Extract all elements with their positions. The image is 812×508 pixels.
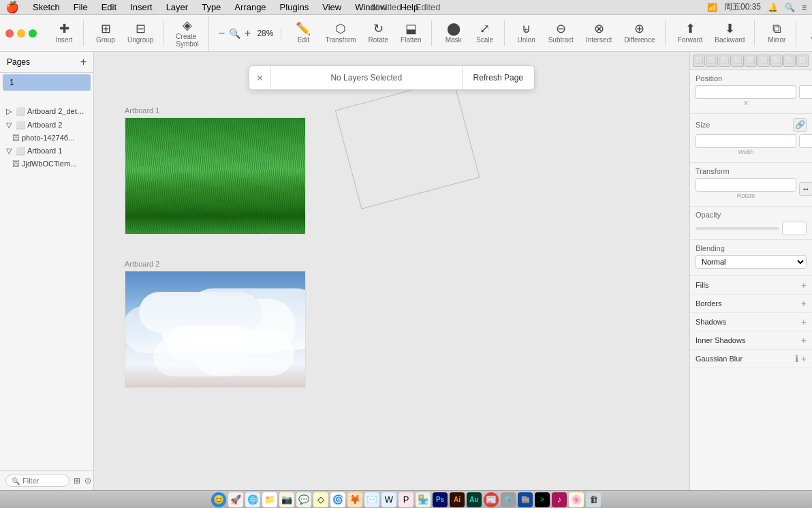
- dock-photos[interactable]: 📷: [279, 492, 294, 507]
- menu-type[interactable]: Type: [199, 2, 223, 12]
- zoom-minus-button[interactable]: −: [217, 27, 226, 40]
- menu-file[interactable]: File: [71, 2, 91, 12]
- align-middle-v-icon[interactable]: ⬜: [732, 55, 744, 67]
- forward-button[interactable]: ⬆ Forward: [672, 20, 708, 46]
- notification-icon[interactable]: 🔔: [768, 3, 778, 12]
- menu-insert[interactable]: Insert: [127, 2, 155, 12]
- page-item-2[interactable]: [3, 93, 91, 100]
- dock-files[interactable]: 📁: [262, 492, 277, 507]
- opacity-value-input[interactable]: [782, 222, 807, 235]
- dock-photos2[interactable]: 🌸: [569, 492, 584, 507]
- dock-pref[interactable]: ⚙️: [501, 492, 516, 507]
- difference-button[interactable]: ⊕ Difference: [619, 20, 660, 46]
- edit-button[interactable]: ✏️ Edit: [288, 20, 318, 46]
- backward-button[interactable]: ⬇ Backward: [709, 20, 750, 46]
- rotate-button[interactable]: ↻ Rotate: [363, 20, 394, 46]
- align-spread-icon[interactable]: ⬜: [796, 55, 809, 67]
- maximize-button[interactable]: [29, 29, 37, 38]
- lock-aspect-button[interactable]: 🔗: [793, 118, 807, 132]
- layer-search-input[interactable]: [22, 477, 63, 485]
- apple-menu[interactable]: 🍎: [5, 1, 19, 14]
- dock-music[interactable]: ♪: [552, 492, 567, 507]
- intersect-button[interactable]: ⊗ Intersect: [580, 20, 617, 46]
- dock-audition[interactable]: Au: [467, 492, 482, 507]
- add-inner-shadow-icon[interactable]: +: [801, 335, 807, 346]
- y-input[interactable]: [799, 85, 812, 99]
- layer-artboard1[interactable]: ▽ ⬜ Artboard 1: [0, 144, 93, 158]
- mask-button[interactable]: ⬤ Mask: [439, 20, 469, 46]
- menu-view[interactable]: View: [319, 2, 344, 12]
- align-center-h-icon[interactable]: ⬜: [706, 55, 718, 67]
- union-button[interactable]: ⊌ Union: [512, 20, 542, 46]
- layer-settings-icon[interactable]: ⊙: [84, 476, 91, 485]
- dock-chrome[interactable]: 🌀: [330, 492, 345, 507]
- rotated-artboard-frame[interactable]: [335, 78, 480, 209]
- dock-launchpad[interactable]: 🚀: [228, 492, 243, 507]
- menu-sketch[interactable]: Sketch: [30, 2, 63, 12]
- layer-artboard2-detac[interactable]: ▷ ⬜ Artboard 2_detac...: [0, 104, 93, 118]
- align-top-icon[interactable]: ⬜: [719, 55, 731, 67]
- close-button[interactable]: [5, 29, 14, 38]
- align-bottom-icon[interactable]: ⬜: [745, 55, 757, 67]
- width-input[interactable]: [696, 134, 796, 148]
- x-input[interactable]: [696, 85, 796, 99]
- flip-h-button[interactable]: ↔: [799, 182, 812, 196]
- dock-finder[interactable]: 😊: [211, 492, 226, 507]
- shadows-row[interactable]: Shadows +: [690, 313, 812, 331]
- add-shadow-icon[interactable]: +: [801, 316, 807, 327]
- add-border-icon[interactable]: +: [801, 298, 807, 309]
- expand-icon[interactable]: ▽: [4, 120, 14, 130]
- borders-row[interactable]: Borders +: [690, 295, 812, 313]
- distribute-h-icon[interactable]: ⬜: [758, 55, 770, 67]
- align-left-icon[interactable]: ⬜: [693, 55, 705, 67]
- blending-select[interactable]: Normal: [696, 255, 807, 269]
- layer-artboard2[interactable]: ▽ ⬜ Artboard 2: [0, 118, 93, 132]
- gaussian-blur-row[interactable]: Gaussian Blur ℹ +: [690, 350, 812, 368]
- add-page-button[interactable]: +: [80, 56, 87, 68]
- artboard2-frame[interactable]: [125, 271, 306, 388]
- dock-appstore[interactable]: 🏪: [416, 492, 431, 507]
- search-icon-menu[interactable]: 🔍: [785, 3, 795, 12]
- mirror-button[interactable]: ⧉ Mirror: [762, 20, 792, 46]
- ungroup-button[interactable]: ⊟ Ungroup: [122, 20, 159, 46]
- minimize-button[interactable]: [17, 29, 25, 38]
- rotate-input[interactable]: [696, 178, 796, 192]
- height-input[interactable]: [799, 134, 812, 148]
- menu-extra-icon[interactable]: ≡: [802, 3, 807, 12]
- layer-photo1[interactable]: 🖼 photo-14274б...: [0, 132, 93, 144]
- opacity-slider[interactable]: [696, 227, 779, 230]
- dock-illustrator[interactable]: Ai: [450, 492, 465, 507]
- canvas-area[interactable]: ✕ No Layers Selected Refresh Page Artboa…: [94, 52, 689, 490]
- expand-icon[interactable]: ▷: [4, 106, 14, 116]
- menu-arrange[interactable]: Arrange: [232, 2, 268, 12]
- inner-shadows-row[interactable]: Inner Shadows +: [690, 331, 812, 350]
- dock-safari[interactable]: 🌐: [245, 492, 260, 507]
- dock-photoshop[interactable]: Ps: [433, 492, 448, 507]
- layer-options-icon[interactable]: ⊞: [74, 476, 80, 485]
- dock-ppt[interactable]: P: [399, 492, 413, 507]
- dock-trash[interactable]: 🗑: [586, 492, 601, 507]
- dock-reeder[interactable]: 📰: [484, 492, 499, 507]
- gaussian-blur-info-icon[interactable]: ℹ: [795, 353, 798, 364]
- zoom-plus-button[interactable]: +: [243, 27, 252, 40]
- dock-word[interactable]: W: [381, 492, 396, 507]
- add-gaussian-blur-icon[interactable]: +: [801, 353, 807, 364]
- create-symbol-button[interactable]: ◈ Create Symbol: [170, 16, 204, 50]
- layer-photo2[interactable]: 🖼 JjdWbOCTiem...: [0, 158, 93, 170]
- flatten-button[interactable]: ⬓ Flatten: [395, 20, 427, 46]
- menu-edit[interactable]: Edit: [99, 2, 119, 12]
- dock-messages[interactable]: 💬: [296, 492, 311, 507]
- fills-row[interactable]: Fills +: [690, 276, 812, 295]
- insert-button[interactable]: ✚ Insert: [49, 20, 79, 46]
- refresh-page-button[interactable]: Refresh Page: [462, 66, 534, 89]
- transform-button[interactable]: ⬡ Transform: [319, 20, 361, 46]
- align-right-icon[interactable]: ⬜: [783, 55, 796, 67]
- subtract-button[interactable]: ⊖ Subtract: [543, 20, 579, 46]
- dock-terminal[interactable]: >: [535, 492, 550, 507]
- add-fill-icon[interactable]: +: [801, 280, 807, 290]
- dock-firefox[interactable]: 🦊: [347, 492, 362, 507]
- menu-plugins[interactable]: Plugins: [277, 2, 312, 12]
- artboard1-frame[interactable]: [125, 117, 306, 235]
- view-button[interactable]: 👁 View: [803, 20, 812, 46]
- dock-appstore2[interactable]: 🏬: [518, 492, 533, 507]
